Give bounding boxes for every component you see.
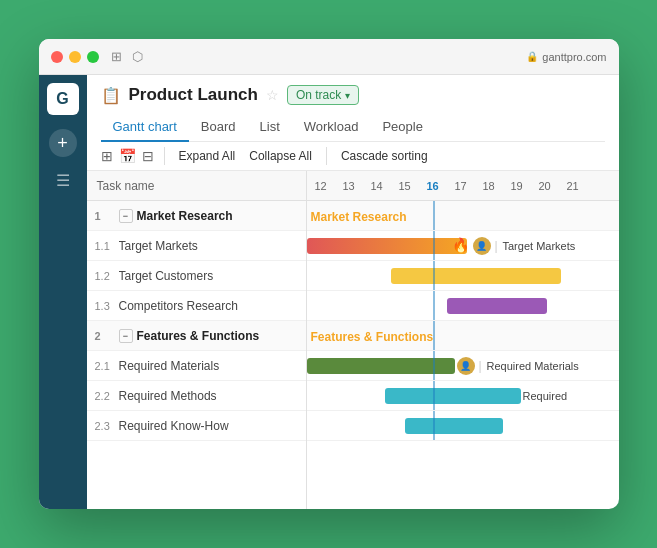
tab-board[interactable]: Board (189, 113, 248, 142)
date-cell: 17 (447, 180, 475, 192)
bar-inline-label: Required Materials (487, 360, 579, 372)
view-icon-3[interactable]: ⊟ (142, 148, 154, 164)
gantt-bar (447, 298, 547, 314)
chart-panel: 12 13 14 15 16 17 18 19 20 21 (307, 171, 619, 509)
task-num: 2 (95, 330, 119, 342)
table-row: 2.1 Required Materials (87, 351, 306, 381)
toolbar: ⊞ 📅 ⊟ Expand All Collapse All Cascade so… (87, 142, 619, 171)
date-cell: 14 (363, 180, 391, 192)
task-num: 2.2 (95, 390, 119, 402)
date-cell: 13 (335, 180, 363, 192)
main-content: 📋 Product Launch ☆ On track ▾ Gantt char… (87, 75, 619, 509)
collapse-icon[interactable]: − (119, 209, 133, 223)
tab-gantt-chart[interactable]: Gantt chart (101, 113, 189, 142)
table-row: 2.3 Required Know-How (87, 411, 306, 441)
project-title-row: 📋 Product Launch ☆ On track ▾ (101, 85, 605, 105)
table-row: 2 − Features & Functions (87, 321, 306, 351)
share-icon: ⬡ (132, 49, 143, 64)
tab-workload[interactable]: Workload (292, 113, 371, 142)
date-cell: 12 (307, 180, 335, 192)
chart-row: Required (307, 381, 619, 411)
maximize-button[interactable] (87, 51, 99, 63)
task-num: 1.1 (95, 240, 119, 252)
separator: | (495, 239, 498, 253)
table-row: 1.2 Target Customers (87, 261, 306, 291)
bar-label: Features & Functions (311, 330, 434, 344)
table-row: 1 − Market Research (87, 201, 306, 231)
task-num: 2.1 (95, 360, 119, 372)
project-header: 📋 Product Launch ☆ On track ▾ Gantt char… (87, 75, 619, 142)
fire-icon: 🔥 (452, 237, 469, 253)
chart-row: 👤 | Required Materials (307, 351, 619, 381)
menu-icon[interactable]: ☰ (56, 171, 70, 190)
toolbar-divider (164, 147, 165, 165)
expand-all-button[interactable]: Expand All (175, 147, 240, 165)
chart-row (307, 261, 619, 291)
gantt-bar (307, 238, 467, 254)
date-cell: 19 (503, 180, 531, 192)
gantt-bar (405, 418, 503, 434)
cascade-sorting-button[interactable]: Cascade sorting (337, 147, 432, 165)
toolbar-divider-2 (326, 147, 327, 165)
task-name: Competitors Research (119, 299, 238, 313)
view-icon-1[interactable]: ⊞ (101, 148, 113, 164)
task-name: Required Methods (119, 389, 217, 403)
table-row: 1.3 Competitors Research (87, 291, 306, 321)
app-window: ⊞ ⬡ 🔒 ganttpro.com G + ☰ 📋 Product Launc… (39, 39, 619, 509)
date-cell: 20 (531, 180, 559, 192)
project-title: Product Launch (129, 85, 258, 105)
tab-list[interactable]: List (248, 113, 292, 142)
grid-icon: ⊞ (111, 49, 122, 64)
task-name: Target Customers (119, 269, 214, 283)
date-cell: 21 (559, 180, 587, 192)
project-icon: 📋 (101, 86, 121, 105)
avatar: 👤 (473, 237, 491, 255)
address-text: ganttpro.com (542, 51, 606, 63)
chart-row: Market Research (307, 201, 619, 231)
window-controls (51, 51, 99, 63)
avatar: 👤 (457, 357, 475, 375)
task-name: Target Markets (119, 239, 198, 253)
task-num: 1 (95, 210, 119, 222)
view-icon-2[interactable]: 📅 (119, 148, 136, 164)
chevron-down-icon: ▾ (345, 90, 350, 101)
add-project-button[interactable]: + (49, 129, 77, 157)
date-cell-today: 16 (419, 180, 447, 192)
chart-row (307, 291, 619, 321)
collapse-icon[interactable]: − (119, 329, 133, 343)
tab-people[interactable]: People (370, 113, 434, 142)
table-row: 2.2 Required Methods (87, 381, 306, 411)
table-row: 1.1 Target Markets Peter ➤ (87, 231, 306, 261)
minimize-button[interactable] (69, 51, 81, 63)
chart-row: 🔥 👤 | Target Markets (307, 231, 619, 261)
collapse-all-button[interactable]: Collapse All (245, 147, 316, 165)
lock-icon: 🔒 (526, 51, 538, 62)
bar-inline-label: Target Markets (503, 240, 576, 252)
gantt-container: Task name 1 − Market Research 1.1 Target… (87, 171, 619, 509)
chart-rows: Market Research 🔥 👤 (307, 201, 619, 441)
task-name: Market Research (137, 209, 233, 223)
chart-header: 12 13 14 15 16 17 18 19 20 21 (307, 171, 619, 201)
date-cell: 15 (391, 180, 419, 192)
task-header: Task name (87, 171, 306, 201)
status-badge[interactable]: On track ▾ (287, 85, 359, 105)
favorite-icon[interactable]: ☆ (266, 87, 279, 103)
task-name: Required Materials (119, 359, 220, 373)
bar-label: Market Research (311, 210, 407, 224)
task-name: Features & Functions (137, 329, 260, 343)
chart-row (307, 411, 619, 441)
gantt-bar (391, 268, 561, 284)
task-name: Required Know-How (119, 419, 229, 433)
task-num: 1.2 (95, 270, 119, 282)
date-cell: 18 (475, 180, 503, 192)
sidebar: G + ☰ (39, 75, 87, 509)
app-body: G + ☰ 📋 Product Launch ☆ On track ▾ (39, 75, 619, 509)
nav-tabs: Gantt chart Board List Workload People (101, 113, 605, 142)
task-name-header: Task name (97, 179, 155, 193)
status-label: On track (296, 88, 341, 102)
task-num: 2.3 (95, 420, 119, 432)
separator: | (479, 359, 482, 373)
titlebar: ⊞ ⬡ 🔒 ganttpro.com (39, 39, 619, 75)
sidebar-logo: G (47, 83, 79, 115)
close-button[interactable] (51, 51, 63, 63)
